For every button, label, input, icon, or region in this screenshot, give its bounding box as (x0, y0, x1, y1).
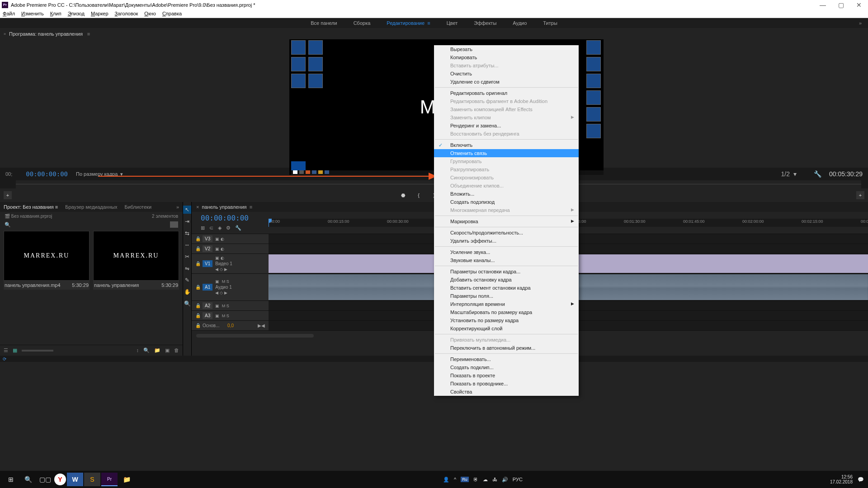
trash-icon[interactable]: 🗑 (174, 347, 179, 353)
ws-overflow[interactable]: » (859, 20, 862, 26)
context-item[interactable]: Параметры поля... (434, 292, 579, 300)
track-label[interactable]: A2 (203, 302, 212, 309)
pen-tool[interactable]: ✎ (183, 276, 191, 284)
taskbar-clock[interactable]: 12:56 17.02.2018 (830, 474, 856, 484)
context-item[interactable]: Вырезать (434, 45, 579, 53)
track-label[interactable]: A3 (203, 312, 212, 319)
project-item[interactable]: MARREX.RU панель управления5:30:29 (93, 231, 179, 290)
resolution-dropdown[interactable]: 1/2 ▾ (781, 170, 796, 178)
menu-sequence[interactable]: Эпизод (68, 11, 85, 16)
context-item[interactable]: Редактировать оригинал (434, 89, 579, 97)
context-item[interactable]: Интерполяция времени▶ (434, 300, 579, 308)
tray-cloud-icon[interactable]: ☁ (483, 477, 488, 483)
tab-close-icon[interactable]: × (196, 204, 199, 210)
sublime-icon[interactable]: S (84, 473, 100, 486)
lock-icon[interactable]: 🔒 (195, 261, 200, 266)
ws-audio[interactable]: Аудио (505, 20, 535, 26)
context-item[interactable]: Вставить сегмент остановки кадра (434, 284, 579, 292)
toggle-output-icon[interactable]: ▣ (215, 247, 219, 251)
context-item[interactable]: Создать подэпизод (434, 198, 579, 206)
tray-defender-icon[interactable]: ⛨ (473, 477, 478, 482)
context-item[interactable]: Переименовать... (434, 355, 579, 363)
context-item[interactable]: Копировать (434, 53, 579, 61)
collapse-icon[interactable]: ▶◀ (258, 323, 265, 328)
rate-stretch-tool[interactable]: ↔ (183, 241, 191, 249)
context-item[interactable]: Удалить эффекты... (434, 237, 579, 245)
keyframe-prev-icon[interactable]: ◀ (215, 291, 218, 295)
toggle-sync-icon[interactable]: ◐ (221, 237, 224, 241)
tray-app-icon[interactable]: Ru (461, 477, 469, 482)
context-item[interactable]: Установить по размеру кадра (434, 316, 579, 324)
search-icon[interactable]: 🔍 (20, 473, 36, 486)
toggle-sync-icon[interactable]: ◐ (221, 256, 224, 260)
menu-file[interactable]: Файл (3, 11, 15, 16)
keyframe-next-icon[interactable]: ▶ (224, 291, 227, 295)
context-item[interactable]: Создать подклип... (434, 363, 579, 371)
new-item-icon[interactable]: ▣ (165, 347, 170, 353)
tray-network-icon[interactable]: 🖧 (492, 477, 497, 482)
context-item[interactable]: Очистить (434, 70, 579, 78)
track-label[interactable]: A1 (203, 284, 212, 291)
ws-editing[interactable]: Редактирование ≡ (378, 20, 438, 26)
ws-all[interactable]: Все панели (302, 20, 345, 26)
context-item[interactable]: Добавить остановку кадра (434, 276, 579, 284)
tab-project[interactable]: Проект: Без названия ≡ (4, 204, 58, 210)
start-button[interactable]: ⊞ (3, 473, 19, 486)
menu-window[interactable]: Окно (144, 11, 156, 16)
tab-media-browser[interactable]: Браузер медиаданных (65, 204, 117, 210)
tabs-overflow[interactable]: » (176, 204, 179, 210)
word-icon[interactable]: W (67, 473, 83, 486)
context-item[interactable]: Корректирующий слой (434, 324, 579, 333)
ws-assembly[interactable]: Сборка (345, 20, 379, 26)
wrench-icon[interactable]: 🔧 (235, 225, 241, 231)
ripple-tool[interactable]: ⇆ (183, 229, 191, 237)
add-marker-button[interactable]: + (4, 191, 12, 199)
snap-icon[interactable]: ⊞ (201, 225, 205, 231)
context-item[interactable]: Маркировка▶ (434, 217, 579, 225)
mute-icon[interactable]: ▣ (215, 314, 219, 318)
folder-icon[interactable] (170, 221, 178, 228)
context-item[interactable]: Звуковые каналы... (434, 256, 579, 264)
zoom-fit-dropdown[interactable]: По размеру кадра ▾ (76, 171, 123, 177)
lock-icon[interactable]: 🔒 (195, 246, 200, 251)
context-item[interactable]: Показать в проекте (434, 371, 579, 380)
timeline-timecode[interactable]: 00:00:00:00 (196, 212, 269, 224)
context-item[interactable]: Рендеринг и замена... (434, 122, 579, 130)
collapse-icon[interactable]: » (4, 32, 6, 36)
context-item[interactable]: Скорость/продолжительность... (434, 229, 579, 237)
master-value[interactable]: 0,0 (227, 323, 234, 328)
lock-icon[interactable]: 🔒 (195, 236, 200, 241)
hand-tool[interactable]: ✋ (183, 288, 191, 296)
wrench-icon[interactable]: 🔧 (814, 170, 821, 178)
list-view-icon[interactable]: ☰ (4, 347, 8, 353)
ws-effects[interactable]: Эффекты (466, 20, 505, 26)
selection-tool[interactable]: ↖ (183, 206, 191, 214)
close-button[interactable]: ✕ (850, 0, 868, 9)
toggle-output-icon[interactable]: ▣ (215, 256, 219, 260)
maximize-button[interactable]: ▢ (832, 0, 850, 9)
keyframe-add-icon[interactable]: ◇ (220, 267, 223, 272)
track-select-tool[interactable]: ⇥ (183, 217, 191, 225)
menu-marker[interactable]: Маркер (91, 11, 108, 16)
tab-libraries[interactable]: Библиотеки (124, 204, 151, 210)
menu-edit[interactable]: Изменить (21, 11, 44, 16)
task-view-icon[interactable]: ▢▢ (37, 473, 53, 486)
tray-up-icon[interactable]: ^ (454, 477, 456, 482)
button-editor[interactable]: + (856, 191, 864, 199)
marker-icon[interactable]: ⬣ (400, 192, 407, 199)
mute-icon[interactable]: ▣ (215, 304, 219, 308)
track-label[interactable]: V2 (203, 245, 212, 252)
minimize-button[interactable]: — (814, 0, 832, 9)
context-item[interactable]: Свойства (434, 388, 579, 396)
yandex-icon[interactable]: Y (54, 474, 66, 485)
system-tray[interactable]: 👤 ^ Ru ⛨ ☁ 🖧 🔊 РУС (439, 477, 527, 483)
context-item[interactable]: Показать в проводнике... (434, 380, 579, 388)
context-item[interactable]: Отменить связь (434, 149, 579, 157)
new-bin-icon[interactable]: 📁 (154, 347, 160, 353)
ws-color[interactable]: Цвет (439, 20, 466, 26)
project-item[interactable]: MARREX.RU панель управления.mp45:30:29 (4, 231, 90, 290)
context-item[interactable]: Переключить в автономный режим... (434, 344, 579, 352)
search-icon[interactable]: 🔍 (5, 222, 11, 228)
premiere-icon[interactable]: Pr (101, 473, 118, 486)
sort-icon[interactable]: ↕ (137, 347, 139, 353)
